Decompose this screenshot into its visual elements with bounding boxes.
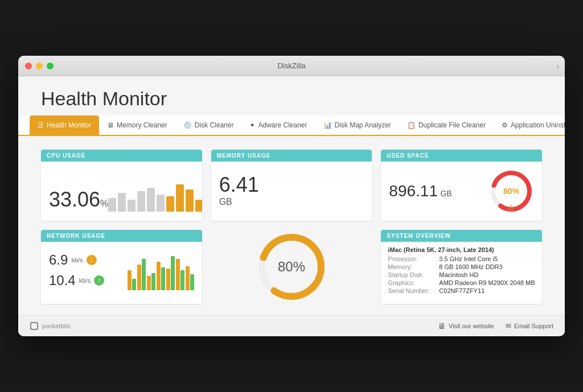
- bar-group: [137, 259, 146, 290]
- system-key: Serial Number:: [388, 287, 439, 294]
- footer-links: 🖥 Visit our website ✉ Email Support: [438, 321, 553, 331]
- net-bar: [180, 270, 184, 290]
- tab-duplicate[interactable]: 📋 Duplicate File Cleaner: [399, 115, 494, 136]
- system-key: Processor:: [388, 255, 439, 262]
- bar: [147, 188, 155, 212]
- system-body: iMac (Retina 5K, 27-inch, Late 2014) Pro…: [381, 242, 542, 300]
- bar: [166, 196, 174, 212]
- cpu-body: 33.06%: [41, 162, 202, 218]
- net-bar: [166, 269, 170, 290]
- network-header: NETWORK USAGE: [41, 230, 202, 242]
- tab-health-monitor[interactable]: ☰ Health Monitor: [30, 115, 99, 136]
- minimize-button[interactable]: [36, 63, 43, 69]
- svg-rect-5: [31, 323, 37, 329]
- email-support-link[interactable]: ✉ Email Support: [506, 322, 553, 330]
- download-icon: ↓: [87, 255, 97, 265]
- upload-unit: kb/s: [79, 277, 91, 284]
- space-unit: GB: [440, 189, 451, 198]
- disk-cleaner-icon: 💿: [183, 121, 192, 129]
- network-usage-card: NETWORK USAGE 6.9 kb/s ↓ 10.4 kb/s ↑: [41, 230, 202, 304]
- page-title: Health Monitor: [41, 88, 542, 110]
- brand-icon: [30, 321, 39, 331]
- system-row: Startup Disk: Macintosh HD: [388, 271, 535, 278]
- memory-usage-card: MEMORY USAGE 6.41GB: [211, 150, 372, 221]
- memory-donut: 80%: [254, 230, 329, 304]
- network-metrics: 6.9 kb/s ↓ 10.4 kb/s ↑: [49, 252, 104, 288]
- memory-cleaner-icon: 🖥: [107, 121, 114, 129]
- email-label: Email Support: [514, 323, 553, 329]
- cpu-bar-chart: [108, 178, 202, 212]
- download-value: 6.9: [49, 252, 68, 268]
- upload-metric: 10.4 kb/s ↑: [49, 273, 104, 288]
- email-icon: ✉: [506, 322, 511, 330]
- window-title: DiskZilla: [277, 61, 305, 70]
- adware-cleaner-icon: ✦: [249, 121, 255, 129]
- bar-group: [176, 259, 184, 290]
- net-bar: [190, 274, 194, 290]
- tab-memory-cleaner[interactable]: 🖥 Memory Cleaner: [99, 115, 175, 136]
- system-val: C02NF77ZFY11: [439, 287, 485, 294]
- bar-group: [166, 256, 175, 290]
- system-header: SYSTEM OVERVIEW: [381, 230, 542, 242]
- tab-uninstaller-label: Application Uninstaller: [511, 121, 565, 129]
- memory-donut-card: 80%: [211, 230, 372, 304]
- cpu-metric: 33.06%: [49, 188, 108, 212]
- upload-value: 10.4: [49, 273, 76, 288]
- bar: [128, 200, 136, 212]
- upload-icon: ↑: [94, 275, 104, 286]
- system-key: Startup Disk:: [388, 271, 439, 278]
- space-percent-label: 80%: [503, 187, 519, 196]
- used-space-card: USED SPACE 896.11 GB 80% ⚠: [381, 150, 542, 221]
- system-row: Graphics: AMD Radeon R9 M290X 2048 MB: [388, 279, 535, 286]
- bar-group: [186, 266, 194, 290]
- health-monitor-icon: ☰: [38, 121, 44, 129]
- system-key: Graphics:: [388, 279, 439, 286]
- uninstaller-icon: ⚙: [502, 121, 508, 129]
- visit-website-link[interactable]: 🖥 Visit our website: [438, 321, 494, 331]
- space-metric: 896.11 GB: [389, 182, 451, 200]
- system-row: Processor: 3.5 GHz Intel Core i5: [388, 255, 535, 262]
- system-val: 3.5 GHz Intel Core i5: [439, 255, 498, 262]
- net-bar: [128, 270, 132, 290]
- net-bar: [151, 273, 155, 290]
- bar-group: [157, 262, 165, 290]
- cpu-unit: %: [100, 199, 108, 208]
- memory-body: 6.41GB: [211, 162, 372, 218]
- page-header: Health Monitor: [18, 76, 565, 115]
- net-bar: [171, 256, 175, 290]
- used-space-header: USED SPACE: [381, 150, 542, 162]
- warning-icon: ⚠: [507, 203, 515, 212]
- nav-tabs: ☰ Health Monitor 🖥 Memory Cleaner 💿 Disk…: [18, 115, 565, 136]
- net-bar: [176, 259, 180, 290]
- memory-unit: GB: [219, 197, 364, 207]
- tab-health-monitor-label: Health Monitor: [47, 121, 91, 129]
- tab-memory-cleaner-label: Memory Cleaner: [117, 121, 167, 129]
- space-gauge: 80% ⚠: [488, 168, 534, 214]
- memory-donut-label: 80%: [278, 259, 305, 275]
- maximize-button[interactable]: [47, 63, 54, 69]
- tab-duplicate-label: Duplicate File Cleaner: [418, 121, 486, 129]
- tab-uninstaller[interactable]: ⚙ Application Uninstaller: [494, 115, 565, 136]
- net-bar: [161, 267, 165, 290]
- sidebar-toggle[interactable]: ›: [556, 61, 559, 71]
- tab-disk-map[interactable]: 📊 Disk Map Analyzer: [315, 115, 399, 136]
- bar: [137, 191, 145, 212]
- tab-disk-map-label: Disk Map Analyzer: [335, 121, 391, 129]
- space-value: 896.11: [389, 182, 438, 200]
- close-button[interactable]: [25, 63, 32, 69]
- tab-adware-cleaner[interactable]: ✦ Adware Cleaner: [241, 115, 315, 136]
- tab-adware-cleaner-label: Adware Cleaner: [258, 121, 307, 129]
- net-bar: [137, 265, 141, 290]
- net-bar: [186, 266, 190, 290]
- bar-group: [147, 273, 155, 290]
- system-val: 8 GB 1600 MHz DDR3: [439, 263, 502, 270]
- cpu-usage-card: CPU USAGE 33.06%: [41, 150, 202, 221]
- network-bar-chart: [128, 250, 194, 290]
- tab-disk-cleaner[interactable]: 💿 Disk Cleaner: [175, 115, 242, 136]
- monitor-icon: 🖥: [438, 321, 446, 331]
- system-row: Serial Number: C02NF77ZFY11: [388, 287, 535, 294]
- net-bar: [157, 262, 161, 290]
- bar: [118, 193, 126, 212]
- disk-map-icon: 📊: [323, 121, 332, 129]
- titlebar-buttons: [25, 63, 54, 69]
